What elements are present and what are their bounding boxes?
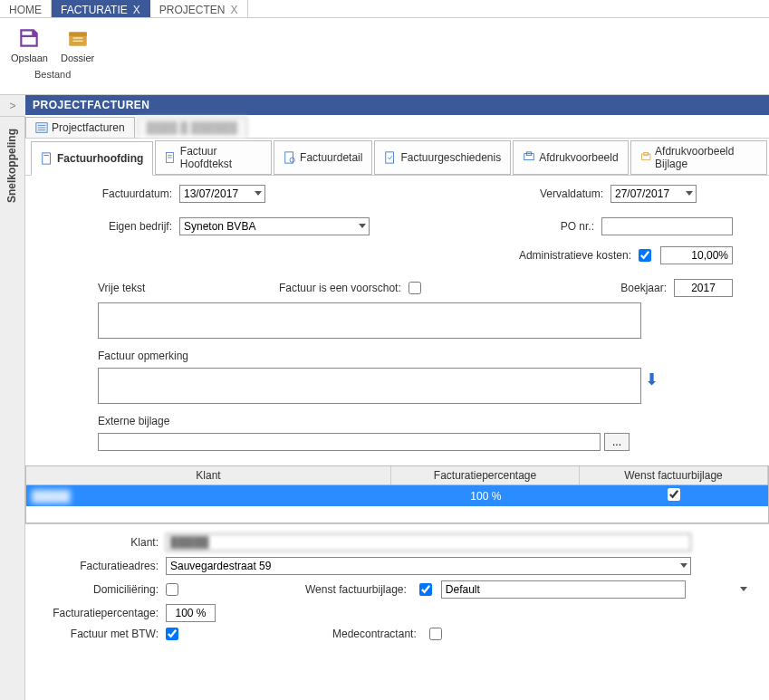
dossier-button-label: Dossier — [61, 53, 94, 63]
svg-rect-9 — [43, 153, 51, 164]
boekjaar-input[interactable] — [674, 279, 733, 297]
save-icon — [14, 25, 43, 51]
grid-row[interactable]: █████ 100 % — [26, 485, 768, 506]
po-nr-input[interactable] — [601, 217, 733, 235]
tab-factuurhoofding-label: Factuurhoofding — [57, 152, 143, 165]
tab-geschiedenis-label: Factuurgeschiedenis — [400, 151, 501, 164]
label-domiciliering: Domiciliëring: — [43, 583, 166, 596]
externe-bijlage-input[interactable] — [98, 433, 601, 451]
grid-cell-klant: █████ — [32, 490, 71, 503]
admin-kosten-pct-input[interactable] — [660, 246, 733, 264]
domiciliering-checkbox[interactable] — [166, 583, 178, 596]
top-tab-projecten-label: PROJECTEN — [159, 4, 226, 16]
print-attachment-icon — [640, 151, 651, 164]
breadcrumb-arrow[interactable]: > — [0, 95, 25, 117]
klant-detail-form: Klant: Facturatieadres: Domiciliëring: W… — [25, 523, 769, 649]
vervaldatum-input[interactable] — [610, 185, 697, 203]
tab-geschiedenis[interactable]: Factuurgeschiedenis — [374, 140, 511, 175]
sidebar-tab-snelkoppeling[interactable]: Snelkoppeling — [0, 117, 25, 700]
svg-point-15 — [290, 158, 294, 162]
label-externe-bijlage: Externe bijlage — [98, 415, 169, 427]
tab-projectfacturen-label: Projectfacturen — [52, 121, 125, 134]
opmerking-textarea[interactable] — [98, 368, 641, 404]
facturatieadres-select[interactable] — [166, 557, 691, 575]
svg-rect-17 — [524, 154, 534, 160]
svg-rect-16 — [386, 152, 394, 163]
vrije-tekst-textarea[interactable] — [98, 302, 641, 339]
tab-afdrukvoorbeeld-bijlage[interactable]: Afdrukvoorbeeld Bijlage — [630, 140, 767, 175]
klant-grid: Klant Facturatiepercentage Wenst factuur… — [25, 465, 769, 523]
wenst-bijlage-select[interactable] — [441, 580, 686, 599]
document-detail-icon — [284, 151, 296, 164]
grid-cell-pct: 100 % — [392, 487, 581, 505]
document-tabs: Projectfacturen ████ █ ██████ — [25, 115, 769, 139]
label-facturatiepct: Facturatiepercentage: — [43, 607, 166, 619]
tab-afdrukvoorbeeld-bijlage-label: Afdrukvoorbeeld Bijlage — [655, 145, 757, 170]
top-tab-home[interactable]: HOME — [0, 0, 52, 17]
voorschot-checkbox[interactable] — [409, 282, 421, 294]
save-button[interactable]: Opslaan — [9, 24, 50, 65]
document-icon — [41, 152, 53, 165]
save-button-label: Opslaan — [11, 53, 48, 63]
ribbon-group-label: Bestand — [34, 69, 71, 80]
svg-rect-0 — [26, 39, 33, 43]
eigen-bedrijf-select[interactable] — [179, 217, 370, 235]
label-eigen-bedrijf: Eigen bedrijf: — [43, 220, 179, 233]
ribbon: Opslaan Dossier Bestand — [0, 18, 769, 95]
label-po-nr: PO nr.: — [493, 220, 601, 233]
list-icon — [35, 121, 48, 134]
label-opmerking: Factuur opmerking — [98, 350, 188, 362]
tab-document-2[interactable]: ████ █ ██████ — [137, 117, 247, 138]
dossier-button[interactable]: Dossier — [59, 24, 96, 65]
klant-input[interactable] — [166, 533, 691, 551]
print-preview-icon — [523, 151, 535, 164]
document-text-icon — [165, 151, 176, 164]
label-klant: Klant: — [43, 536, 166, 549]
label-factuur-met-btw: Factuur met BTW: — [43, 628, 166, 640]
grid-cell-bijlage-checkbox[interactable] — [668, 488, 680, 501]
label-vervaldatum: Vervaldatum: — [502, 187, 610, 200]
sidebar-tab-label: Snelkoppeling — [5, 129, 18, 203]
close-icon[interactable]: X — [230, 4, 237, 16]
tab-hoofdtekst-label: Factuur Hoofdtekst — [180, 145, 262, 170]
tab-document-2-label: ████ █ ██████ — [147, 121, 237, 134]
facturatiepct-input[interactable] — [166, 604, 216, 622]
grid-header: Klant Facturatiepercentage Wenst factuur… — [26, 466, 768, 485]
top-tab-facturatie[interactable]: FACTURATIE X — [52, 0, 150, 17]
label-boekjaar: Boekjaar: — [620, 282, 674, 294]
tab-afdrukvoorbeeld-label: Afdrukvoorbeeld — [539, 151, 618, 164]
dossier-icon — [63, 25, 92, 51]
wenst-bijlage-checkbox[interactable] — [419, 583, 432, 596]
factuur-met-btw-checkbox[interactable] — [166, 628, 178, 640]
tab-factuurhoofding[interactable]: Factuurhoofding — [31, 141, 153, 176]
tab-afdrukvoorbeeld[interactable]: Afdrukvoorbeeld — [513, 140, 628, 175]
tab-hoofdtekst[interactable]: Factuur Hoofdtekst — [155, 140, 272, 175]
label-factuurdatum: Factuurdatum: — [43, 187, 179, 200]
svg-rect-2 — [69, 33, 87, 36]
label-wenst-bijlage: Wenst factuurbijlage: — [305, 583, 414, 596]
label-medecontractant: Medecontractant: — [332, 628, 424, 640]
tab-projectfacturen[interactable]: Projectfacturen — [25, 117, 135, 138]
history-icon — [384, 151, 397, 164]
detail-tabs: Factuurhoofding Factuur Hoofdtekst Factu… — [25, 140, 769, 176]
grid-header-pct[interactable]: Facturatiepercentage — [391, 466, 580, 484]
top-tab-bar: HOME FACTURATIE X PROJECTEN X — [0, 0, 769, 18]
grid-header-klant[interactable]: Klant — [26, 466, 391, 484]
label-admin-kosten: Administratieve kosten: — [485, 249, 639, 262]
browse-button[interactable]: ... — [604, 433, 630, 451]
ribbon-group-bestand: Opslaan Dossier Bestand — [9, 24, 96, 80]
arrow-down-icon[interactable]: ⬇ — [645, 369, 658, 389]
tab-factuurdetail[interactable]: Factuurdetail — [274, 140, 372, 175]
top-tab-home-label: HOME — [9, 4, 42, 16]
medecontractant-checkbox[interactable] — [429, 628, 442, 640]
factuurdatum-input[interactable] — [179, 185, 265, 203]
label-vrije-tekst: Vrije tekst — [98, 282, 279, 294]
svg-rect-19 — [641, 154, 649, 159]
close-icon[interactable]: X — [133, 4, 140, 16]
page-title: PROJECTFACTUREN — [25, 95, 769, 115]
admin-kosten-checkbox[interactable] — [639, 249, 651, 262]
top-tab-projecten[interactable]: PROJECTEN X — [150, 0, 248, 17]
label-facturatieadres: Facturatieadres: — [43, 560, 166, 572]
grid-header-bijlage[interactable]: Wenst factuurbijlage — [580, 466, 768, 484]
top-tab-facturatie-label: FACTURATIE — [61, 4, 128, 16]
